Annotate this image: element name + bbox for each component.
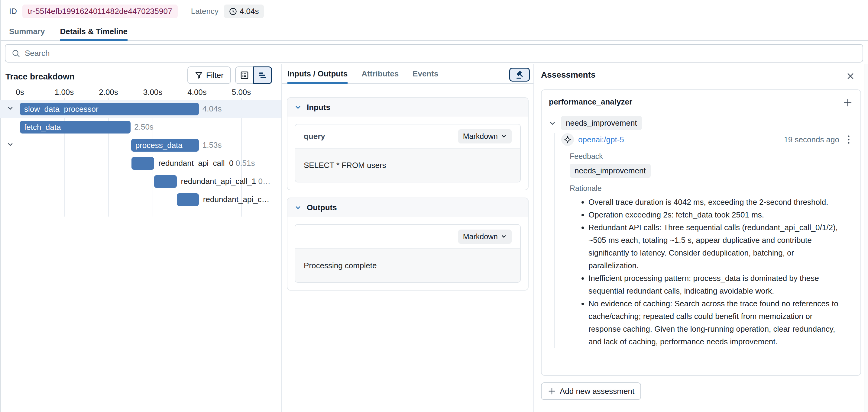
span-name: process_data (131, 141, 183, 150)
span-label: redundant_api_call_0 0.51s (158, 159, 281, 168)
clock-icon (229, 7, 237, 16)
inputs-card-header[interactable]: Inputs (287, 98, 528, 117)
timeline-row[interactable]: 4.04sslow_data_processor (0, 100, 281, 118)
close-icon (846, 72, 855, 81)
input-key: query (304, 132, 325, 141)
list-view-icon (240, 71, 249, 80)
kebab-icon (847, 134, 850, 145)
input-value: SELECT * FROM users (295, 148, 520, 182)
axis-tick-label: 1.00s (55, 88, 74, 97)
timeline-axis: 0s1.00s2.00s3.00s4.00s5.00s (0, 88, 281, 98)
span-bar[interactable]: fetch_data (20, 121, 130, 133)
outputs-title: Outputs (307, 203, 337, 212)
rationale-bullet: Overall trace duration is 4042 ms, excee… (588, 196, 842, 209)
axis-tick-label: 3.00s (143, 88, 163, 97)
tab-attributes[interactable]: Attributes (362, 64, 399, 83)
filter-button[interactable]: Filter (187, 66, 231, 84)
span-name: redundant_api_call_1 (181, 177, 256, 186)
tab-inputs-outputs[interactable]: Inputs / Outputs (287, 64, 347, 83)
assessments-title: Assessments (541, 70, 596, 80)
span-name: slow_data_processor (20, 104, 98, 114)
plus-icon (843, 98, 852, 107)
timeline-view-button[interactable] (253, 66, 272, 84)
trace-id-badge[interactable]: tr-55f4efb1991624011482de4470235907 (22, 4, 178, 18)
view-mode-segmented-control (235, 66, 272, 84)
span-duration: 0.51s (236, 159, 255, 168)
active-tab-underline (287, 82, 347, 84)
span-duration: 1.53s (203, 140, 222, 150)
rationale-bullet: Operation exceeding 2s: fetch_data took … (588, 209, 842, 221)
timeline-row[interactable]: 2.50sfetch_data (0, 118, 281, 136)
trace-header-bar: ID tr-55f4efb1991624011482de4470235907 L… (0, 0, 868, 23)
timeline-rows: 4.04sslow_data_processor2.50sfetch_data1… (0, 100, 281, 215)
detail-list-view-button[interactable] (235, 66, 254, 84)
close-assessments-button[interactable] (845, 71, 856, 82)
tab-events[interactable]: Events (412, 64, 438, 83)
latency-value: 4.04s (240, 7, 259, 16)
search-bar[interactable] (5, 44, 863, 63)
axis-tick-label: 4.00s (187, 88, 207, 97)
timeline-row[interactable]: redundant_api_c… (0, 191, 281, 209)
chevron-down-icon[interactable] (7, 141, 14, 148)
output-value-card: Markdown Processing complete (295, 224, 521, 283)
timeline-view-icon (258, 71, 268, 80)
add-new-assessment-button[interactable]: Add new assessment (541, 382, 641, 400)
assessment-menu-button[interactable] (844, 134, 853, 145)
span-name: redundant_api_call_0 (158, 159, 234, 168)
assessment-analyzer-name: performance_analyzer (549, 97, 632, 107)
span-details-content: Inputs query Markdown SELECT * FROM user… (282, 84, 533, 291)
axis-tick-label: 2.00s (99, 88, 118, 97)
chevron-down-icon (501, 133, 507, 139)
rationale-label: Rationale (570, 184, 853, 193)
toggle-assessments-button[interactable] (509, 68, 530, 82)
format-dropdown[interactable]: Markdown (458, 229, 512, 244)
timeline-row[interactable]: redundant_api_call_0 0.51s (0, 155, 281, 172)
plus-icon (548, 387, 556, 395)
sparkle-icon (563, 135, 572, 144)
output-value: Processing complete (295, 248, 520, 282)
filter-icon (195, 71, 203, 80)
add-assessment-plus-button[interactable] (842, 97, 853, 108)
span-bar[interactable] (177, 193, 199, 206)
feedback-label: Feedback (570, 152, 853, 161)
tab-details-timeline[interactable]: Details & Timeline (60, 23, 128, 40)
assessment-detail-branch: openai:/gpt-5 19 seconds ago Feedback ne… (554, 133, 853, 348)
inputs-card: Inputs query Markdown SELECT * FROM user… (287, 97, 529, 190)
span-bar[interactable]: process_data (131, 139, 199, 152)
assessment-card: performance_analyzer needs_improvement (541, 89, 861, 376)
outputs-card: Outputs Markdown Processing complete (287, 197, 529, 291)
span-name: redundant_api_c… (203, 195, 270, 204)
assessment-name-pill[interactable]: needs_improvement (561, 116, 642, 130)
span-duration: 4.04s (203, 104, 222, 114)
chevron-down-icon (501, 233, 507, 240)
search-input[interactable] (25, 49, 857, 58)
id-label: ID (9, 7, 17, 16)
assessment-timestamp: 19 seconds ago (784, 135, 839, 145)
span-bar[interactable]: slow_data_processor (20, 103, 199, 116)
axis-tick-label: 0s (16, 88, 24, 97)
latency-badge: 4.04s (224, 4, 264, 18)
format-dropdown[interactable]: Markdown (458, 129, 512, 144)
scrollbar-track[interactable] (864, 64, 868, 412)
ai-judge-avatar (561, 133, 574, 146)
span-duration: 0… (258, 177, 271, 186)
inputs-title: Inputs (307, 103, 330, 112)
chevron-down-icon[interactable] (294, 203, 302, 212)
chevron-down-icon[interactable] (549, 120, 556, 127)
span-bar[interactable] (154, 175, 177, 188)
tab-summary[interactable]: Summary (9, 23, 45, 40)
trace-breakdown-panel: Trace breakdown Filter (0, 64, 282, 412)
span-bar[interactable] (131, 157, 154, 170)
span-name: fetch_data (20, 123, 61, 132)
assessment-source-link[interactable]: openai:/gpt-5 (578, 135, 624, 145)
rationale-bullet: No evidence of caching: Search across th… (588, 297, 842, 348)
filter-label: Filter (206, 71, 224, 80)
chevron-down-icon[interactable] (294, 103, 302, 111)
timeline-row[interactable]: redundant_api_call_1 0… (0, 173, 281, 190)
span-details-panel: Inputs / Outputs Attributes Events (282, 64, 534, 412)
feedback-value-pill: needs_improvement (570, 164, 651, 178)
span-label: redundant_api_call_1 0… (181, 177, 281, 186)
chevron-down-icon[interactable] (7, 104, 14, 112)
outputs-card-header[interactable]: Outputs (287, 198, 528, 217)
timeline-row[interactable]: 1.53sprocess_data (0, 136, 281, 154)
